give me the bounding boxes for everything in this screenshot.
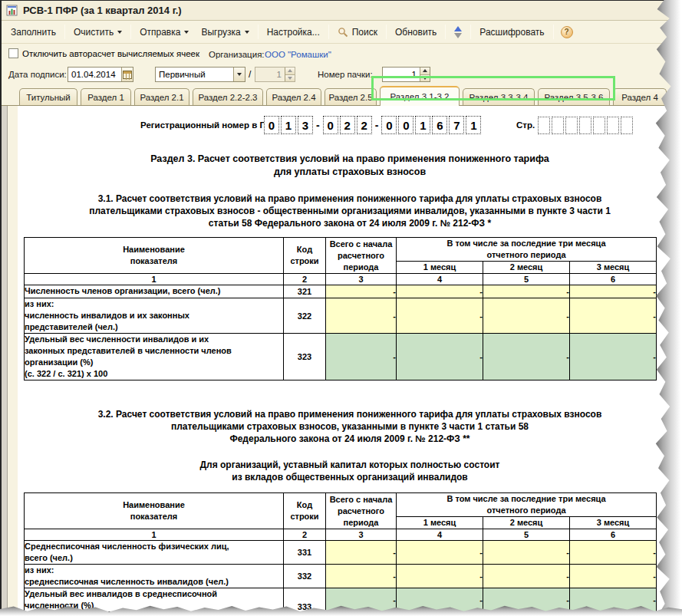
table-row: Численность членов организации, всего (ч… — [25, 285, 657, 298]
reg-digit-cell[interactable]: 1 — [281, 116, 296, 134]
organization-label: Организация: — [209, 50, 265, 59]
value-cell[interactable]: - — [483, 565, 570, 588]
sheet-left-margin — [8, 106, 18, 616]
page-cell — [552, 117, 564, 134]
header-total: Всего с начала расчетного периода — [326, 238, 397, 274]
table-row: из них: численность инвалидов и их закон… — [25, 298, 657, 334]
reg-digit-cell[interactable]: 1 — [415, 116, 430, 134]
value-cell[interactable]: - — [397, 285, 483, 298]
sort-updown-button[interactable] — [448, 24, 468, 41]
page-label: Стр. — [516, 120, 535, 130]
tab-razdel-2-5[interactable]: Раздел 2.5 — [325, 88, 377, 105]
tab-razdel-2-4[interactable]: Раздел 2.4 — [266, 88, 321, 105]
upload-button[interactable]: Выгрузка — [195, 24, 255, 41]
reg-digit-cell[interactable]: 0 — [264, 116, 279, 134]
value-cell[interactable]: - — [483, 285, 570, 298]
settings-button[interactable]: Настройка... — [261, 24, 326, 41]
batch-number-label: Номер пачки: — [318, 70, 373, 79]
value-cell[interactable]: - — [570, 285, 657, 298]
subsection-3-2-text: 3.2. Расчет соответствия условий на прав… — [18, 408, 682, 445]
col-number: 4 — [397, 274, 483, 285]
reg-dash: - — [316, 119, 320, 131]
header-month-3: 3 месяц — [570, 517, 657, 529]
page-cell — [621, 117, 633, 134]
reg-digit-cell[interactable]: 3 — [298, 116, 313, 134]
send-button[interactable]: Отправка — [133, 24, 195, 41]
value-cell[interactable]: - — [483, 541, 570, 565]
toolbar-separator — [130, 25, 131, 39]
dropdown-button[interactable] — [233, 68, 245, 81]
arrow-down-icon — [454, 33, 462, 38]
value-cell[interactable]: - — [326, 298, 397, 334]
tab-titulny[interactable]: Титульный — [19, 88, 77, 105]
chevron-down-icon — [245, 31, 249, 34]
value-cell[interactable]: - — [326, 285, 397, 298]
reg-digit-cell[interactable]: 7 — [449, 116, 464, 134]
row-code: 332 — [284, 565, 326, 588]
toolbar-separator — [258, 25, 259, 39]
sign-date-field[interactable]: 01.04.2014 — [68, 67, 133, 82]
row-name: из них: среднесписочная численность инва… — [25, 565, 284, 588]
search-button[interactable]: Поиск — [331, 24, 384, 41]
row-code: 322 — [284, 298, 326, 334]
correction-type-value: Первичный — [156, 70, 233, 79]
header-month-2: 2 месяц — [483, 517, 570, 529]
value-cell[interactable]: - — [570, 541, 657, 565]
header-group: В том числе за последние три месяца отче… — [397, 238, 657, 262]
col-number: 3 — [326, 274, 397, 285]
organization-link[interactable]: ООО "Ромашки" — [265, 50, 331, 59]
row-code: 323 — [284, 334, 326, 380]
help-icon[interactable]: ? — [561, 26, 573, 38]
value-cell[interactable]: - — [483, 298, 570, 334]
value-cell[interactable]: - — [397, 298, 483, 334]
reg-digit-cell[interactable]: 0 — [323, 116, 338, 134]
sign-date-label: Дата подписи: — [8, 70, 67, 79]
sign-date-value: 01.04.2014 — [68, 70, 121, 79]
toolbar-separator — [64, 25, 65, 39]
tab-razdel-2-2-2-3[interactable]: Раздел 2.2-2.3 — [193, 88, 263, 105]
reg-digit-cell[interactable]: 0 — [398, 116, 413, 134]
report-icon — [6, 5, 18, 16]
spin-up-icon — [423, 69, 427, 72]
value-cell[interactable]: - — [326, 541, 397, 565]
value-cell[interactable]: - — [326, 565, 397, 588]
header-group: В том числе за последние три месяца отче… — [397, 493, 657, 517]
col-number: 1 — [25, 529, 284, 541]
reg-number-label: Регистрационный номер в ПФР — [140, 120, 279, 130]
fill-button[interactable]: Заполнить — [5, 24, 62, 41]
section3-title: Раздел 3. Расчет соответствия условий на… — [18, 153, 682, 179]
tab-razdel-2-1[interactable]: Раздел 2.1 — [134, 88, 189, 105]
spreadsheet: Регистрационный номер в ПФР 0 1 3 - 0 2 … — [18, 106, 682, 616]
row-code: 321 — [284, 285, 326, 298]
reg-digit-cell[interactable]: 0 — [381, 116, 397, 134]
toolbar-separator — [553, 25, 554, 39]
toolbar-separator — [328, 25, 329, 39]
tab-razdel-4[interactable]: Раздел 4 — [613, 88, 667, 105]
tab-razdel-1[interactable]: Раздел 1 — [81, 88, 131, 105]
disable-autocalc-checkbox[interactable] — [8, 48, 18, 58]
value-cell[interactable]: - — [570, 565, 657, 588]
page-cell — [565, 117, 578, 134]
toolbar-separator — [445, 25, 446, 39]
value-cell[interactable]: - — [397, 565, 483, 588]
decrypt-button[interactable]: Расшифровать — [473, 24, 550, 41]
table-3-2: Наименование показателя Код строки Всего… — [24, 492, 657, 612]
refresh-button[interactable]: Обновить — [389, 24, 443, 41]
value-cell[interactable]: - — [570, 298, 657, 334]
chevron-down-icon — [237, 73, 242, 76]
correction-number-spinner: 1 — [255, 67, 295, 82]
reg-digit-cell[interactable]: 6 — [432, 116, 447, 134]
value-cell: - — [570, 334, 657, 380]
value-cell[interactable]: - — [397, 541, 483, 565]
table-row: Удельный вес численности инвалидов и их … — [25, 334, 657, 380]
calendar-button[interactable] — [121, 68, 133, 81]
row-name: Среднесписочная численность физических л… — [25, 541, 284, 565]
reg-digit-cell[interactable]: 2 — [340, 116, 355, 134]
calendar-icon — [123, 71, 132, 79]
reg-digit-cell[interactable]: 1 — [466, 116, 481, 134]
reg-digit-cell[interactable]: 2 — [357, 116, 372, 134]
clear-button[interactable]: Очистить — [68, 24, 128, 41]
spin-up-icon — [288, 69, 292, 72]
correction-type-dropdown[interactable]: Первичный — [155, 67, 245, 82]
table-row: из них: среднесписочная численность инва… — [25, 565, 657, 588]
